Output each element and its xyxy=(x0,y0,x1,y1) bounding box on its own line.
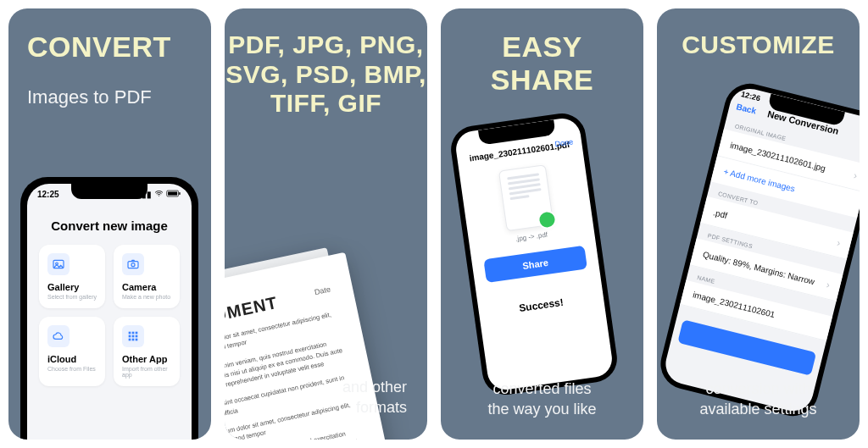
tile-other-app[interactable]: Other App Import from other app xyxy=(114,317,180,386)
notch xyxy=(71,184,147,199)
svg-rect-12 xyxy=(136,335,138,338)
svg-rect-15 xyxy=(136,339,138,341)
tile-icloud[interactable]: iCloud Choose from Files xyxy=(39,317,105,386)
success-label: Success! xyxy=(478,290,604,319)
tile-sub: Import from other app xyxy=(122,366,171,378)
battery-icon xyxy=(166,190,181,199)
svg-rect-7 xyxy=(129,332,131,335)
svg-rect-1 xyxy=(168,191,177,195)
chevron-right-icon: › xyxy=(825,279,831,291)
subtitle: Images to PDF xyxy=(27,86,152,108)
cloud-icon xyxy=(47,325,70,347)
svg-rect-10 xyxy=(129,335,131,338)
svg-rect-11 xyxy=(132,335,135,338)
phone-mockup: 12:25 ▮▮▮ Convert new image xyxy=(20,177,198,440)
conversion-label: .jpg -> .pdf xyxy=(469,224,594,250)
tile-sub: Select from gallery xyxy=(47,294,97,300)
chevron-right-icon: › xyxy=(835,237,841,250)
promo-panel-convert: CONVERT Images to PDF 12:25 ▮▮▮ Convert … xyxy=(8,8,211,440)
camera-icon xyxy=(122,253,144,275)
row-value: .pdf xyxy=(712,207,728,220)
tile-label: Other App xyxy=(122,354,171,364)
svg-point-6 xyxy=(131,263,135,267)
phone-screen: 12:25 ▮▮▮ Convert new image xyxy=(27,184,192,440)
apps-grid-icon xyxy=(122,325,144,347)
source-tiles: Gallery Select from gallery Camera Make … xyxy=(27,245,192,386)
headline: CUSTOMIZE xyxy=(657,30,860,60)
phone-mockup: 12:26 Back New Conversion ORIGINAL IMAGE… xyxy=(657,79,860,422)
share-button[interactable]: Share xyxy=(483,246,587,283)
screen-title: Convert new image xyxy=(27,218,192,233)
subtitle: converted files the way you like xyxy=(441,379,643,419)
svg-rect-14 xyxy=(132,339,135,341)
svg-rect-8 xyxy=(132,332,135,335)
svg-rect-13 xyxy=(129,339,131,341)
tile-gallery[interactable]: Gallery Select from gallery xyxy=(39,245,105,308)
svg-rect-2 xyxy=(179,192,180,195)
phone-mockup: Done image_230211102601.pdf .jpg -> .pdf… xyxy=(448,110,620,397)
tile-camera[interactable]: Camera Make a new photo xyxy=(114,245,180,308)
tile-label: iCloud xyxy=(47,354,97,364)
promo-panel-customize: CUSTOMIZE 12:26 Back New Conversion ORIG… xyxy=(657,8,860,440)
gallery-icon xyxy=(47,253,70,275)
status-time: 12:25 xyxy=(37,190,59,199)
svg-rect-9 xyxy=(136,332,138,335)
headline: PDF, JPG, PNG, SVG, PSD, BMP, TIFF, GIF xyxy=(225,30,427,119)
notch xyxy=(478,119,556,145)
tile-sub: Choose from Files xyxy=(47,366,97,372)
wifi-icon xyxy=(154,189,164,200)
promo-panel-share: EASY SHARE Done image_230211102601.pdf .… xyxy=(441,8,643,440)
chevron-right-icon: › xyxy=(852,169,858,182)
subtitle: and other formats xyxy=(342,378,407,418)
svg-rect-5 xyxy=(128,262,138,268)
headline: CONVERT xyxy=(27,30,171,64)
phone-screen: Done image_230211102601.pdf .jpg -> .pdf… xyxy=(453,116,614,392)
tile-sub: Make a new photo xyxy=(122,294,171,300)
back-button[interactable]: Back xyxy=(735,102,757,115)
subtitle: conversion with available settings xyxy=(657,379,860,419)
file-thumbnail xyxy=(498,164,553,231)
tile-label: Gallery xyxy=(47,282,97,292)
headline: EASY SHARE xyxy=(441,30,643,97)
tile-label: Camera xyxy=(122,282,171,292)
promo-panel-formats: PDF, JPG, PNG, SVG, PSD, BMP, TIFF, GIF … xyxy=(225,8,427,440)
phone-screen: 12:26 Back New Conversion ORIGINAL IMAGE… xyxy=(661,85,860,415)
